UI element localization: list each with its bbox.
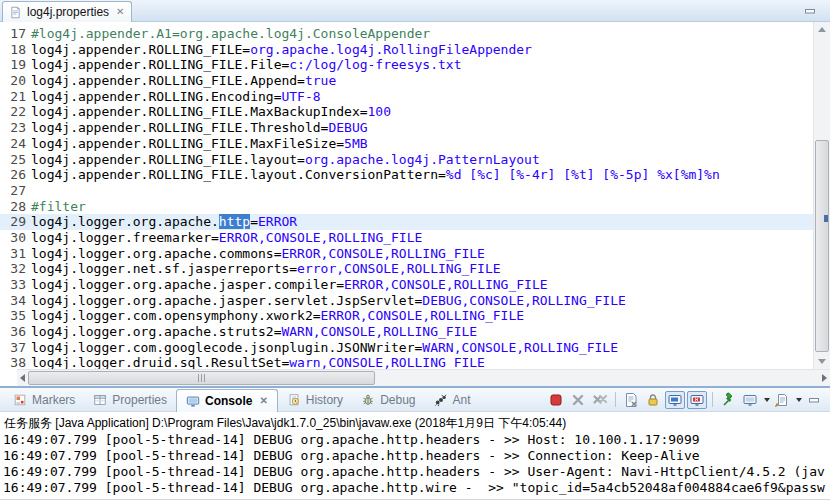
code-line-31[interactable]: 31log4j.logger.org.apache.commons=ERROR,… [0,246,813,262]
code-line-26[interactable]: 26log4j.appender.ROLLING_FILE.layout.Con… [0,167,813,183]
code-line-35[interactable]: 35log4j.logger.com.opensymphony.xwork2=E… [0,308,813,324]
dropdown-arrow-icon[interactable] [796,398,802,402]
code-line-18[interactable]: 18log4j.appender.ROLLING_FILE=org.apache… [0,42,813,58]
code-line-28[interactable]: 28#filter [0,199,813,215]
clear-console-button[interactable] [621,391,641,409]
code-line-37[interactable]: 37log4j.logger.com.googlecode.jsonplugin… [0,340,813,356]
properties-icon [93,393,107,407]
code-line-34[interactable]: 34log4j.logger.org.apache.jasper.servlet… [0,293,813,309]
line-number[interactable]: 17 [0,26,31,42]
code-line-19[interactable]: 19log4j.appender.ROLLING_FILE.File=c:/lo… [0,57,813,73]
tab-console[interactable]: Console✕ [176,389,278,412]
display-console-button[interactable] [740,391,760,409]
line-number[interactable]: 29 [0,214,31,230]
code-line-20[interactable]: 20log4j.appender.ROLLING_FILE.Append=tru… [0,73,813,89]
line-number[interactable]: 32 [0,261,31,277]
tab-history[interactable]: History [278,388,352,411]
scrollbar-grip [201,374,202,382]
code-line-29[interactable]: 29log4j.logger.org.apache.http=ERROR [0,214,813,230]
minimize-panel-button[interactable] [804,391,824,409]
show-stderr-button[interactable] [687,391,707,409]
horizontal-scrollbar-thumb[interactable] [28,371,375,385]
minimize-editor-area-button[interactable] [802,3,818,19]
editor-vertical-scrollbar[interactable] [813,22,830,369]
history-icon [287,393,301,407]
scroll-lock-button[interactable] [643,391,663,409]
line-number[interactable]: 34 [0,293,31,309]
remove-all-terminated-button[interactable] [590,391,610,409]
open-console-icon [774,392,790,408]
show-stdout-icon [667,392,683,408]
line-number[interactable]: 20 [0,73,31,89]
tab-label: Markers [32,393,75,407]
line-number[interactable]: 28 [0,199,31,215]
editor-tab-log4j-properties[interactable]: log4j.properties ✕ [2,1,132,22]
line-text: log4j.logger.org.apache.jasper.servlet.J… [31,293,626,309]
code-line-17[interactable]: 17#log4j.appender.A1=org.apache.log4j.Co… [0,26,813,42]
toolbar-separator [712,392,713,407]
line-number[interactable]: 22 [0,104,31,120]
code-line-22[interactable]: 22log4j.appender.ROLLING_FILE.MaxBackupI… [0,104,813,120]
close-icon[interactable]: ✕ [259,396,267,406]
dropdown-arrow-icon[interactable] [764,398,770,402]
line-number[interactable]: 24 [0,136,31,152]
console-log-line[interactable]: 16:49:07.799 [pool-5-thread-14] DEBUG or… [3,464,830,480]
terminate-button[interactable] [546,391,566,409]
remove-launch-button[interactable] [568,391,588,409]
code-editor[interactable]: 17#log4j.appender.A1=org.apache.log4j.Co… [0,22,813,369]
scroll-up-arrow-icon[interactable] [818,27,826,32]
scroll-right-arrow-icon[interactable] [822,374,827,382]
line-number[interactable]: 23 [0,120,31,136]
console-icon [186,394,200,408]
code-line-25[interactable]: 25log4j.appender.ROLLING_FILE.layout=org… [0,152,813,168]
vertical-scrollbar-thumb[interactable] [815,140,829,352]
code-line-21[interactable]: 21log4j.appender.ROLLING.Encoding=UTF-8 [0,89,813,105]
console-log-line[interactable]: 16:49:07.799 [pool-5-thread-14] DEBUG or… [3,432,830,448]
scroll-down-arrow-icon[interactable] [818,359,826,364]
code-line-38[interactable]: 38log4j.logger.druid.sql.ResultSet=warn,… [0,355,813,369]
line-number[interactable]: 26 [0,167,31,183]
code-line-33[interactable]: 33log4j.logger.org.apache.jasper.compile… [0,277,813,293]
code-line-32[interactable]: 32log4j.logger.net.sf.jasperreports=erro… [0,261,813,277]
console-log-line[interactable]: 16:49:07.799 [pool-5-thread-14] DEBUG or… [3,448,830,464]
line-number[interactable]: 27 [0,183,31,199]
scroll-lock-icon [645,392,661,408]
toolbar-separator [615,392,616,407]
line-number[interactable]: 19 [0,57,31,73]
tab-debug[interactable]: Debug [352,388,424,411]
overview-ruler-selection-marker[interactable] [824,215,828,222]
close-icon[interactable]: ✕ [116,7,124,17]
console-log-line[interactable]: 16:49:07.799 [pool-5-thread-14] DEBUG or… [3,480,830,496]
line-number[interactable]: 37 [0,340,31,356]
line-number[interactable]: 38 [0,355,31,369]
scroll-left-arrow-icon[interactable] [20,374,25,382]
open-console-button[interactable] [772,391,792,409]
tab-ant[interactable]: Ant [425,388,480,411]
line-number[interactable]: 33 [0,277,31,293]
line-number[interactable]: 18 [0,42,31,58]
minimize-panel-icon [806,392,822,408]
line-number[interactable]: 36 [0,324,31,340]
tab-label: Ant [453,393,471,407]
code-line-27[interactable]: 27 [0,183,813,199]
editor-horizontal-scrollbar[interactable] [17,369,830,386]
show-stdout-button[interactable] [665,391,685,409]
pin-console-button[interactable] [718,391,738,409]
properties-file-icon [9,6,22,19]
console-output[interactable]: 16:49:07.799 [pool-5-thread-14] DEBUG or… [0,430,830,500]
line-number[interactable]: 35 [0,308,31,324]
code-line-36[interactable]: 36log4j.logger.org.apache.struts2=WARN,C… [0,324,813,340]
code-line-30[interactable]: 30log4j.logger.freemarker=ERROR,CONSOLE,… [0,230,813,246]
line-number[interactable]: 31 [0,246,31,262]
tab-markers[interactable]: Markers [4,388,84,411]
line-number[interactable]: 30 [0,230,31,246]
markers-icon [13,393,27,407]
line-text: log4j.appender.ROLLING_FILE=org.apache.l… [31,42,532,58]
editor-tab-bar: log4j.properties ✕ [0,0,830,22]
code-line-24[interactable]: 24log4j.appender.ROLLING_FILE.MaxFileSiz… [0,136,813,152]
line-number[interactable]: 21 [0,89,31,105]
tab-properties[interactable]: Properties [84,388,176,411]
code-line-23[interactable]: 23log4j.appender.ROLLING_FILE.Threshold=… [0,120,813,136]
line-text: log4j.appender.ROLLING_FILE.layout.Conve… [31,167,720,183]
line-number[interactable]: 25 [0,152,31,168]
